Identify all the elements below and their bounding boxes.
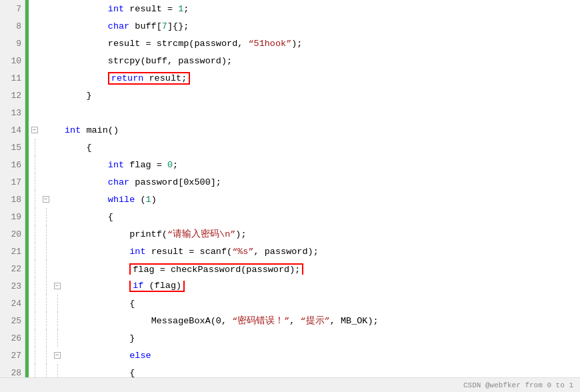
vertical-fold-line bbox=[35, 191, 35, 208]
fold-area bbox=[29, 69, 63, 87]
table-row: 27− else bbox=[0, 347, 580, 364]
line-number: 21 bbox=[0, 243, 25, 260]
code-content: { bbox=[63, 139, 580, 156]
table-row: 22 flag = checkPassword(password); bbox=[0, 260, 580, 277]
fold-button[interactable]: − bbox=[54, 283, 61, 289]
vertical-fold-line bbox=[35, 277, 35, 295]
code-content: flag = checkPassword(password); bbox=[63, 260, 580, 277]
code-content: { bbox=[63, 295, 580, 312]
highlight-box: return result; bbox=[108, 72, 190, 85]
vertical-fold-line bbox=[35, 225, 35, 243]
vertical-fold-line bbox=[35, 156, 35, 173]
table-row: 21 int result = scanf(“%s”, password); bbox=[0, 243, 580, 260]
code-viewer: 7 int result = 1;8 char buff[7]{};9 resu… bbox=[0, 0, 580, 392]
highlight-box-bottom: if (flag) bbox=[129, 281, 185, 292]
fold-area bbox=[29, 260, 63, 277]
line-number: 19 bbox=[0, 208, 25, 225]
table-row: 9 result = strcmp(password, “51hook”); bbox=[0, 35, 580, 52]
line-number: 7 bbox=[0, 0, 25, 17]
line-number: 12 bbox=[0, 87, 25, 104]
table-row: 12 } bbox=[0, 87, 580, 104]
table-row: 16 int flag = 0; bbox=[0, 156, 580, 173]
vertical-fold-line bbox=[46, 312, 47, 329]
vertical-fold-line bbox=[46, 364, 47, 377]
vertical-fold-line bbox=[57, 312, 58, 329]
fold-area: − bbox=[29, 121, 63, 139]
fold-area bbox=[29, 364, 63, 377]
fold-area bbox=[29, 173, 63, 191]
fold-area bbox=[29, 312, 63, 329]
line-number: 9 bbox=[0, 35, 25, 52]
line-number: 18 bbox=[0, 191, 25, 208]
code-content: MessageBoxA(0, “密码错误！”, “提示”, MB_OK); bbox=[63, 312, 580, 329]
fold-area bbox=[29, 104, 63, 121]
vertical-fold-line bbox=[35, 312, 35, 329]
vertical-fold-line bbox=[46, 260, 47, 277]
fold-area bbox=[29, 0, 63, 17]
line-number: 22 bbox=[0, 260, 25, 277]
fold-area bbox=[29, 329, 63, 347]
vertical-fold-line bbox=[35, 139, 35, 156]
vertical-fold-line bbox=[46, 295, 47, 312]
vertical-fold-line bbox=[46, 277, 47, 295]
vertical-fold-line bbox=[35, 295, 35, 312]
table-row: 24 { bbox=[0, 295, 580, 312]
line-number: 17 bbox=[0, 173, 25, 191]
code-content: return result; bbox=[63, 69, 580, 87]
vertical-fold-line bbox=[35, 208, 35, 225]
table-row: 23− if (flag) bbox=[0, 277, 580, 295]
line-number: 25 bbox=[0, 312, 25, 329]
line-number: 16 bbox=[0, 156, 25, 173]
fold-area bbox=[29, 35, 63, 52]
code-content: } bbox=[63, 87, 580, 104]
code-content: char buff[7]{}; bbox=[63, 17, 580, 35]
code-area: 7 int result = 1;8 char buff[7]{};9 resu… bbox=[0, 0, 580, 377]
vertical-fold-line bbox=[46, 347, 47, 364]
code-content: result = strcmp(password, “51hook”); bbox=[63, 35, 580, 52]
line-number: 13 bbox=[0, 104, 25, 121]
fold-area bbox=[29, 156, 63, 173]
table-row: 20 printf(“请输入密码\n”); bbox=[0, 225, 580, 243]
table-row: 28 { bbox=[0, 364, 580, 377]
fold-area bbox=[29, 225, 63, 243]
table-row: 13 bbox=[0, 104, 580, 121]
code-content: { bbox=[63, 208, 580, 225]
fold-area bbox=[29, 87, 63, 104]
fold-button[interactable]: − bbox=[54, 352, 61, 359]
line-number: 26 bbox=[0, 329, 25, 347]
vertical-fold-line bbox=[35, 243, 35, 260]
table-row: 10 strcpy(buff, password); bbox=[0, 52, 580, 69]
line-number: 11 bbox=[0, 69, 25, 87]
code-content bbox=[63, 104, 580, 121]
code-content: int result = 1; bbox=[63, 0, 580, 17]
vertical-fold-line bbox=[57, 295, 58, 312]
vertical-fold-line bbox=[46, 243, 47, 260]
table-row: 7 int result = 1; bbox=[0, 0, 580, 17]
fold-button[interactable]: − bbox=[31, 127, 38, 133]
vertical-fold-line bbox=[57, 329, 58, 347]
highlight-box-top: flag = checkPassword(password); bbox=[129, 263, 303, 275]
vertical-fold-line bbox=[35, 347, 35, 364]
vertical-fold-line bbox=[46, 225, 47, 243]
fold-button[interactable]: − bbox=[43, 196, 49, 203]
line-number: 27 bbox=[0, 347, 25, 364]
code-content: int result = scanf(“%s”, password); bbox=[63, 243, 580, 260]
line-number: 10 bbox=[0, 52, 25, 69]
vertical-fold-line bbox=[35, 364, 35, 377]
table-row: 14−int main() bbox=[0, 121, 580, 139]
table-row: 19 { bbox=[0, 208, 580, 225]
code-content: strcpy(buff, password); bbox=[63, 52, 580, 69]
line-number: 20 bbox=[0, 225, 25, 243]
code-content: } bbox=[63, 329, 580, 347]
vertical-fold-line bbox=[35, 329, 35, 347]
vertical-fold-line bbox=[46, 208, 47, 225]
fold-area: − bbox=[29, 347, 63, 364]
fold-area bbox=[29, 139, 63, 156]
fold-area bbox=[29, 295, 63, 312]
code-content: { bbox=[63, 364, 580, 377]
table-row: 8 char buff[7]{}; bbox=[0, 17, 580, 35]
table-row: 25 MessageBoxA(0, “密码错误！”, “提示”, MB_OK); bbox=[0, 312, 580, 329]
line-number: 23 bbox=[0, 277, 25, 295]
vertical-fold-line bbox=[35, 260, 35, 277]
code-content: char password[0x500]; bbox=[63, 173, 580, 191]
